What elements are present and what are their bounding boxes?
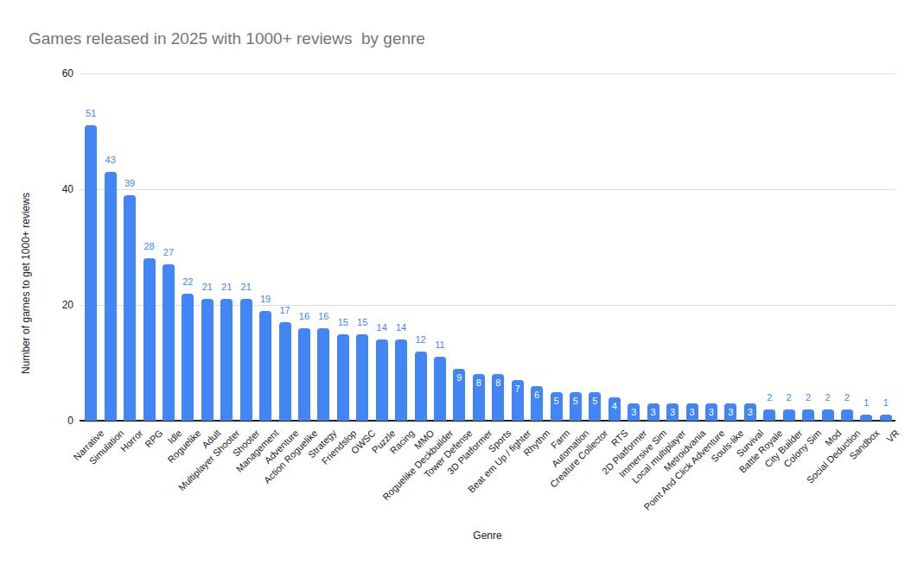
bar[interactable] — [143, 258, 156, 421]
bar[interactable] — [763, 409, 775, 421]
bar[interactable] — [376, 339, 388, 421]
gridline — [80, 73, 895, 74]
bar[interactable] — [259, 311, 271, 421]
bar[interactable] — [802, 409, 814, 421]
bar-value-label: 27 — [151, 246, 186, 258]
bar[interactable] — [105, 172, 117, 421]
bar[interactable] — [822, 409, 834, 421]
bar[interactable] — [124, 195, 136, 421]
bar-value-label: 1 — [869, 397, 903, 409]
y-tick-label: 40 — [39, 182, 73, 196]
bar[interactable] — [415, 352, 427, 421]
bar[interactable] — [201, 299, 213, 421]
bar[interactable] — [220, 299, 233, 421]
bar[interactable] — [279, 322, 291, 421]
bar[interactable] — [356, 334, 368, 422]
bar[interactable] — [85, 125, 97, 421]
bar[interactable] — [182, 294, 194, 421]
bar-value-label: 51 — [73, 107, 108, 119]
bar[interactable] — [783, 409, 795, 421]
bar[interactable] — [434, 357, 446, 421]
bar[interactable] — [841, 409, 853, 421]
y-tick-label: 0 — [39, 414, 73, 428]
bar[interactable] — [240, 299, 252, 421]
bar-value-label: 19 — [248, 293, 283, 305]
chart-title: Games released in 2025 with 1000+ review… — [29, 29, 425, 49]
bar-value-label: 21 — [229, 281, 264, 293]
y-tick-label: 20 — [39, 298, 73, 312]
bar-value-label: 3 — [733, 406, 768, 418]
bar[interactable] — [337, 334, 349, 422]
bar[interactable] — [860, 415, 872, 421]
bar-value-label: 14 — [384, 321, 418, 333]
gridline — [80, 189, 895, 190]
bar[interactable] — [162, 264, 175, 421]
bar[interactable] — [317, 328, 329, 421]
bar-value-label: 11 — [423, 339, 457, 351]
bar-chart: Games released in 2025 with 1000+ review… — [0, 0, 924, 571]
bar-value-label: 39 — [112, 177, 147, 189]
bar-value-label: 43 — [93, 154, 128, 166]
bar[interactable] — [395, 339, 407, 421]
bar[interactable] — [880, 415, 892, 421]
y-axis-title: Number of games to get 1000+ reviews — [19, 154, 33, 413]
bar[interactable] — [298, 328, 310, 421]
y-tick-label: 60 — [39, 67, 73, 80]
